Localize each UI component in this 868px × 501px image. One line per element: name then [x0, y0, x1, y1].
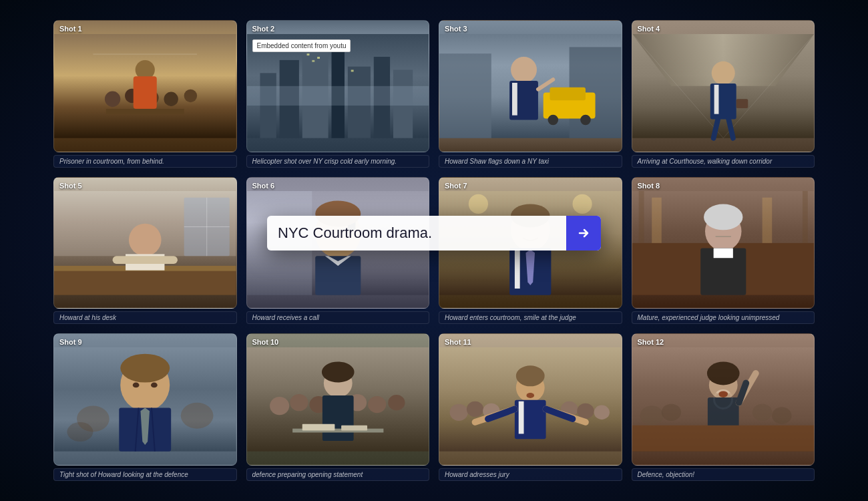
shot-cell-4: Shot 4: [632, 20, 815, 168]
svg-point-102: [321, 362, 354, 383]
shot-cell-8: Shot 8: [632, 177, 815, 325]
svg-point-5: [164, 92, 178, 106]
svg-point-107: [450, 404, 468, 421]
svg-point-99: [388, 395, 405, 410]
shot-12-label: Shot 12: [638, 338, 664, 346]
svg-point-29: [548, 115, 559, 126]
svg-rect-19: [306, 53, 309, 55]
svg-rect-20: [312, 60, 314, 62]
search-input[interactable]: [267, 224, 566, 242]
shot-frame-1[interactable]: Shot 1: [53, 20, 237, 152]
shot-12-caption: Defence, objection!: [632, 468, 815, 481]
shot-9-caption: Tight shot of Howard looking at the defe…: [53, 468, 237, 481]
svg-rect-1: [93, 53, 197, 55]
svg-point-95: [290, 394, 308, 411]
svg-rect-21: [317, 57, 320, 59]
svg-point-112: [594, 405, 610, 420]
arrow-right-icon: [577, 226, 590, 240]
shot-5-label: Shot 5: [59, 182, 82, 190]
svg-point-49: [129, 223, 162, 256]
svg-point-2: [105, 92, 120, 107]
shot-cell-11: Shot 11: [439, 333, 622, 481]
svg-point-92: [151, 383, 158, 388]
shot-cell-5: Shot 5: [53, 177, 237, 325]
svg-rect-33: [512, 83, 517, 116]
shot-frame-5[interactable]: Shot 5: [53, 177, 237, 309]
svg-rect-80: [802, 191, 807, 243]
shot-2-label: Shot 2: [252, 25, 275, 33]
shot-1-label: Shot 1: [59, 25, 82, 33]
svg-point-132: [718, 391, 728, 398]
svg-rect-18: [247, 86, 429, 106]
shot-frame-3[interactable]: Shot 3: [439, 20, 622, 152]
shot-3-label: Shot 3: [445, 25, 467, 33]
svg-rect-51: [113, 256, 178, 264]
svg-rect-76: [713, 248, 732, 258]
svg-rect-72: [652, 197, 662, 242]
shot-cell-9: Shot 9: [53, 333, 237, 481]
shot-2-caption: Helicopter shot over NY crisp cold early…: [246, 155, 430, 168]
shot-frame-8[interactable]: Shot 8: [632, 177, 815, 309]
shot-10-label: Shot 10: [252, 338, 279, 346]
shot-10-caption: defence preparing opening statement: [246, 468, 430, 481]
shot-2-tooltip: Embedded content from youtu: [252, 39, 351, 52]
svg-point-131: [706, 362, 739, 385]
svg-point-94: [270, 397, 289, 415]
svg-point-91: [133, 383, 140, 388]
svg-rect-42: [736, 99, 748, 108]
shot-frame-11[interactable]: Shot 11: [439, 333, 622, 466]
shot-8-label: Shot 8: [638, 182, 660, 190]
svg-point-63: [469, 194, 488, 214]
svg-point-125: [752, 404, 772, 421]
shot-frame-2[interactable]: Shot 2 Embedded content from youtu: [246, 20, 430, 152]
shot-frame-12[interactable]: Shot 12: [632, 333, 815, 466]
svg-point-77: [704, 204, 742, 230]
svg-point-90: [120, 354, 170, 383]
shot-cell-12: Shot 12: [632, 333, 815, 481]
shot-cell-1: Shot 1: [53, 20, 237, 168]
shot-7-label: Shot 7: [445, 182, 467, 190]
svg-rect-67: [515, 249, 520, 288]
search-button[interactable]: [566, 216, 601, 251]
shot-1-caption: Prisoner in courtroom, from behind.: [53, 155, 237, 168]
svg-rect-105: [341, 426, 367, 431]
svg-point-83: [181, 403, 214, 429]
search-overlay: [267, 216, 601, 251]
svg-point-39: [711, 61, 734, 85]
svg-point-31: [511, 57, 537, 83]
svg-point-121: [526, 393, 534, 398]
svg-rect-8: [134, 76, 157, 109]
shot-cell-2: Shot 2 Embedded content from youtu: [246, 20, 430, 168]
shot-cell-3: Shot 3: [439, 20, 622, 168]
shot-7-caption: Howard enters courtroom, smile at the ju…: [439, 311, 622, 324]
svg-rect-79: [638, 191, 644, 243]
shot-frame-9[interactable]: Shot 9: [53, 333, 237, 466]
svg-rect-28: [550, 88, 586, 100]
svg-point-64: [573, 194, 592, 214]
svg-point-84: [67, 422, 93, 442]
svg-point-111: [577, 403, 594, 419]
shot-9-label: Shot 9: [59, 338, 82, 346]
svg-rect-73: [762, 197, 772, 242]
svg-rect-25: [439, 53, 491, 138]
svg-rect-47: [54, 269, 236, 295]
shot-frame-4[interactable]: Shot 4: [632, 20, 815, 152]
svg-rect-41: [714, 85, 718, 114]
shot-5-caption: Howard at his desk: [53, 311, 237, 324]
shot-cell-10: Shot 10: [246, 333, 430, 481]
shot-11-caption: Howard adresses jury: [439, 468, 622, 481]
storyboard-grid: Shot 1: [0, 0, 868, 501]
svg-point-98: [368, 396, 386, 413]
svg-rect-133: [632, 426, 815, 452]
svg-rect-115: [519, 401, 524, 434]
svg-rect-9: [106, 109, 184, 114]
shot-8-caption: Mature, experienced judge looking unimpr…: [632, 311, 815, 324]
shot-6-label: Shot 6: [252, 182, 275, 190]
shot-3-caption: Howard Shaw flags down a NY taxi: [439, 155, 622, 168]
svg-point-120: [516, 366, 545, 387]
svg-point-108: [467, 401, 483, 417]
shot-4-label: Shot 4: [638, 25, 660, 33]
svg-point-6: [184, 90, 197, 102]
svg-rect-104: [302, 424, 335, 431]
shot-frame-10[interactable]: Shot 10: [246, 333, 430, 466]
